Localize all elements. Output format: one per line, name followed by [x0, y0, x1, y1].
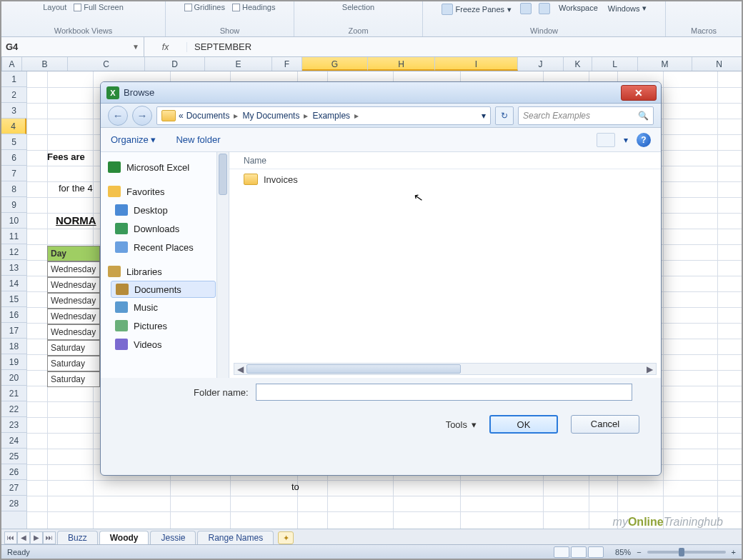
row-header-26[interactable]: 26	[1, 464, 26, 480]
zoom-in-button[interactable]: +	[732, 548, 736, 556]
tools-button[interactable]: Tools ▾	[446, 419, 477, 430]
row-header-2[interactable]: 2	[1, 87, 26, 103]
sheet-tab-woody[interactable]: Woody	[99, 531, 149, 544]
column-header-E[interactable]: E	[205, 57, 272, 71]
scroll-left-icon[interactable]: ◀	[234, 364, 246, 374]
column-header-A[interactable]: A	[2, 57, 22, 71]
tab-nav-buttons[interactable]: ⏮ ◀ ▶ ⏭	[4, 531, 56, 544]
row-header-20[interactable]: 20	[1, 370, 26, 386]
column-header-N[interactable]: N	[692, 57, 743, 71]
table-cell-day[interactable]: Saturday	[47, 371, 100, 387]
split-icon[interactable]	[520, 3, 532, 14]
column-header-C[interactable]: C	[68, 57, 145, 71]
switch-windows-button[interactable]: Windows ▾	[607, 3, 649, 14]
table-cell-day[interactable]: Wednesday	[47, 324, 100, 340]
file-list-pane[interactable]: Name Invoices ↖ ◀ ▶	[229, 152, 661, 378]
sheet-tab-range-names[interactable]: Range Names	[197, 531, 274, 544]
column-header-G[interactable]: G	[302, 57, 368, 71]
nav-pictures[interactable]: Pictures	[101, 316, 229, 335]
next-tab-icon[interactable]: ▶	[30, 531, 43, 544]
column-header-J[interactable]: J	[518, 57, 564, 71]
breadcrumb-item[interactable]: Examples	[312, 111, 350, 121]
zoom-out-button[interactable]: −	[637, 548, 641, 556]
table-cell-day[interactable]: Wednesday	[47, 309, 100, 324]
row-header-28[interactable]: 28	[1, 496, 26, 511]
row-header-5[interactable]: 5	[1, 134, 26, 150]
save-workspace-button[interactable]: Workspace	[557, 3, 599, 13]
column-header-H[interactable]: H	[368, 57, 435, 71]
dialog-titlebar[interactable]: X Browse ✕	[101, 82, 661, 104]
ok-button[interactable]: OK	[489, 415, 558, 434]
table-cell-day[interactable]: Wednesday	[47, 293, 100, 309]
last-tab-icon[interactable]: ⏭	[43, 531, 56, 544]
sheet-tab-buzz[interactable]: Buzz	[57, 531, 98, 544]
row-header-1[interactable]: 1	[1, 71, 26, 87]
cancel-button[interactable]: Cancel	[571, 415, 639, 434]
chevron-down-icon[interactable]: ▾	[482, 111, 486, 121]
new-folder-button[interactable]: New folder	[176, 134, 220, 145]
formula-input[interactable]: SEPTEMBER	[187, 41, 742, 52]
row-header-22[interactable]: 22	[1, 401, 26, 417]
refresh-button[interactable]: ↻	[495, 106, 514, 125]
freeze-panes-button[interactable]: Freeze Panes ▾	[440, 3, 513, 16]
row-header-10[interactable]: 10	[1, 213, 26, 229]
column-header-M[interactable]: M	[638, 57, 692, 71]
nav-excel[interactable]: Microsoft Excel	[101, 158, 229, 176]
view-mode-buttons[interactable]	[554, 546, 604, 558]
zoom-selection-button[interactable]: Selection	[342, 3, 374, 11]
chevron-down-icon[interactable]: ▾	[624, 135, 628, 145]
nav-recent[interactable]: Recent Places	[101, 238, 229, 256]
row-header-4[interactable]: 4	[1, 119, 26, 134]
row-header-6[interactable]: 6	[1, 150, 26, 166]
back-button[interactable]: ←	[108, 106, 128, 126]
row-header-16[interactable]: 16	[1, 307, 26, 323]
row-header-15[interactable]: 15	[1, 291, 26, 307]
table-cell-day[interactable]: Saturday	[47, 340, 100, 356]
arrange-icon[interactable]	[539, 3, 550, 14]
row-header-17[interactable]: 17	[1, 323, 26, 339]
row-header-3[interactable]: 3	[1, 103, 26, 119]
row-header-13[interactable]: 13	[1, 260, 26, 276]
breadcrumb[interactable]: « Documents▸ My Documents▸ Examples▸ ▾	[156, 106, 491, 125]
organize-button[interactable]: Organize ▾	[111, 134, 156, 145]
search-input[interactable]: Search Examples 🔍	[518, 106, 654, 125]
horizontal-scrollbar[interactable]: ◀ ▶	[234, 363, 657, 375]
nav-music[interactable]: Music	[101, 298, 229, 316]
row-header-12[interactable]: 12	[1, 244, 26, 260]
row-header-23[interactable]: 23	[1, 417, 26, 433]
chevron-down-icon[interactable]: ▼	[132, 43, 139, 51]
fx-button[interactable]: fx	[144, 42, 187, 52]
column-header-K[interactable]: K	[564, 57, 592, 71]
navigation-pane[interactable]: Microsoft Excel Favorites Desktop Downlo…	[101, 152, 229, 378]
folder-name-input[interactable]	[256, 384, 632, 401]
breadcrumb-item[interactable]: Documents	[186, 111, 230, 121]
nav-favorites[interactable]: Favorites	[101, 182, 229, 201]
table-cell-day[interactable]: Saturday	[47, 356, 100, 371]
table-cell-day[interactable]: Wednesday	[47, 261, 100, 277]
row-header-8[interactable]: 8	[1, 181, 26, 197]
file-item-invoices[interactable]: Invoices	[229, 169, 661, 189]
new-sheet-button[interactable]: ✦	[278, 531, 294, 544]
column-header-I[interactable]: I	[435, 57, 518, 71]
row-header-18[interactable]: 18	[1, 339, 26, 354]
row-header-11[interactable]: 11	[1, 229, 26, 244]
row-header-19[interactable]: 19	[1, 354, 26, 370]
row-header-14[interactable]: 14	[1, 276, 26, 291]
zoom-slider[interactable]	[647, 551, 726, 554]
full-screen-checkbox[interactable]: Full Screen	[74, 3, 124, 11]
column-header-D[interactable]: D	[145, 57, 205, 71]
nav-desktop[interactable]: Desktop	[101, 201, 229, 219]
column-header-name[interactable]: Name	[229, 152, 661, 169]
name-box[interactable]: G4 ▼	[1, 37, 144, 56]
headings-checkbox[interactable]: Headings	[232, 3, 275, 11]
row-header-25[interactable]: 25	[1, 449, 26, 464]
breadcrumb-item[interactable]: My Documents	[242, 111, 299, 121]
gridlines-checkbox[interactable]: Gridlines	[184, 3, 225, 11]
row-header-27[interactable]: 27	[1, 480, 26, 496]
sheet-tab-jessie[interactable]: Jessie	[150, 531, 196, 544]
help-icon[interactable]: ?	[637, 133, 651, 147]
column-header-F[interactable]: F	[272, 57, 302, 71]
table-cell-day[interactable]: Wednesday	[47, 277, 100, 293]
nav-downloads[interactable]: Downloads	[101, 219, 229, 238]
view-options-button[interactable]	[597, 133, 615, 147]
